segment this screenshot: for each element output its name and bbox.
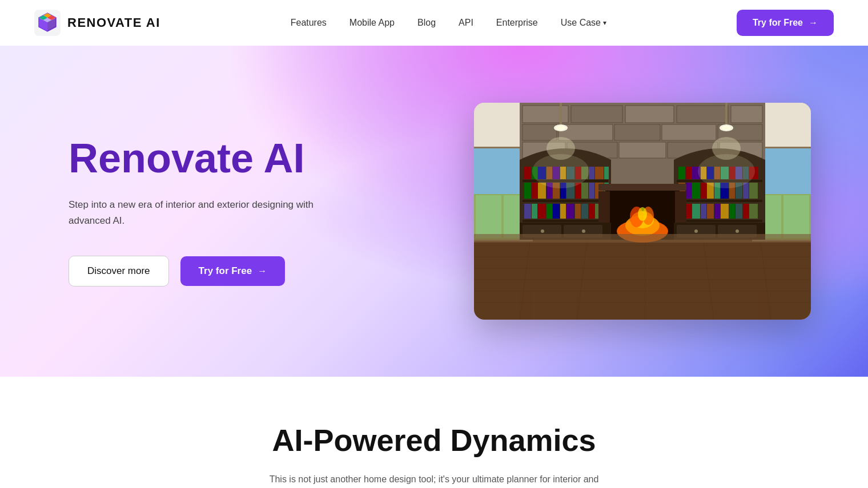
svg-rect-9	[474, 234, 811, 320]
nav-item-blog[interactable]: Blog	[417, 18, 436, 28]
svg-rect-122	[707, 204, 714, 219]
ai-powered-title: AI-Powered Dynamics	[34, 422, 834, 458]
svg-rect-83	[538, 204, 546, 219]
brand-name: RENOVATE AI	[67, 15, 160, 30]
hero-section: Renovate AI Step into a new era of inter…	[0, 46, 868, 377]
svg-rect-56	[523, 220, 608, 222]
svg-rect-46	[662, 124, 716, 140]
svg-rect-57	[524, 167, 531, 179]
svg-point-151	[556, 126, 565, 130]
svg-rect-84	[546, 204, 552, 219]
svg-rect-109	[692, 183, 700, 199]
hero-subtitle: Step into a new era of interior and exte…	[69, 197, 331, 228]
svg-rect-126	[736, 204, 742, 219]
discover-more-button[interactable]: Discover more	[69, 256, 169, 287]
svg-rect-90	[589, 204, 594, 219]
svg-rect-41	[677, 106, 728, 123]
hero-content: Renovate AI Step into a new era of inter…	[69, 136, 400, 287]
svg-rect-108	[686, 183, 692, 199]
svg-rect-136	[598, 184, 686, 191]
svg-rect-149	[560, 103, 562, 126]
svg-point-135	[638, 207, 647, 221]
svg-rect-69	[524, 183, 531, 199]
nav-links: Features Mobile App Blog API Enterprise …	[291, 18, 606, 28]
svg-rect-82	[532, 204, 537, 219]
svg-rect-125	[729, 204, 735, 219]
svg-rect-81	[524, 204, 531, 219]
svg-rect-66	[589, 167, 594, 179]
svg-rect-121	[701, 204, 706, 219]
room-svg	[474, 103, 811, 320]
svg-rect-120	[692, 204, 700, 219]
svg-rect-153	[725, 103, 728, 126]
svg-rect-77	[581, 183, 588, 199]
svg-rect-85	[553, 204, 560, 219]
arrow-icon: →	[809, 18, 818, 28]
navbar: RENOVATE AI Features Mobile App Blog API…	[0, 0, 868, 46]
svg-point-147	[694, 229, 698, 233]
svg-rect-159	[474, 234, 811, 243]
nav-item-mobile-app[interactable]: Mobile App	[349, 18, 395, 28]
svg-rect-94	[677, 200, 762, 202]
svg-rect-78	[589, 183, 594, 199]
svg-rect-96	[678, 167, 685, 179]
svg-rect-87	[566, 204, 574, 219]
svg-rect-119	[686, 204, 692, 219]
hero-image-wrapper	[400, 103, 834, 320]
chevron-down-icon: ▾	[603, 19, 606, 27]
hero-title: Renovate AI	[69, 136, 400, 181]
svg-rect-86	[560, 204, 566, 219]
svg-rect-123	[714, 204, 720, 219]
ai-powered-subtitle: This is not just another home design too…	[263, 471, 605, 488]
logo-icon	[34, 10, 61, 36]
svg-rect-128	[749, 204, 758, 219]
ai-powered-section: AI-Powered Dynamics This is not just ano…	[0, 377, 868, 488]
hero-buttons: Discover more Try for Free →	[69, 256, 400, 287]
svg-point-148	[736, 229, 739, 233]
hero-room-image	[474, 103, 811, 320]
svg-rect-88	[575, 204, 581, 219]
svg-rect-124	[721, 204, 729, 219]
svg-rect-42	[731, 106, 762, 123]
nav-item-use-case[interactable]: Use Case ▾	[561, 18, 606, 28]
svg-rect-50	[619, 142, 666, 158]
svg-rect-95	[677, 220, 762, 222]
svg-point-158	[698, 154, 755, 188]
svg-rect-117	[749, 183, 758, 199]
svg-rect-68	[604, 167, 609, 179]
navbar-try-free-button[interactable]: Try for Free →	[737, 10, 834, 36]
svg-point-157	[532, 154, 589, 188]
svg-point-146	[582, 229, 585, 233]
svg-point-155	[722, 126, 731, 130]
logo-area: RENOVATE AI	[34, 10, 160, 36]
svg-point-145	[541, 229, 544, 233]
svg-rect-116	[743, 183, 749, 199]
svg-rect-40	[625, 106, 674, 123]
svg-rect-110	[701, 183, 706, 199]
svg-rect-97	[686, 167, 692, 179]
nav-item-features[interactable]: Features	[291, 18, 327, 28]
svg-rect-89	[581, 204, 588, 219]
nav-item-enterprise[interactable]: Enterprise	[496, 18, 538, 28]
svg-rect-67	[595, 167, 604, 179]
try-for-free-button[interactable]: Try for Free →	[180, 256, 286, 286]
svg-rect-43	[523, 124, 557, 140]
svg-rect-39	[571, 106, 622, 123]
svg-rect-70	[532, 183, 537, 199]
try-free-arrow-icon: →	[258, 266, 267, 276]
nav-item-api[interactable]: API	[459, 18, 473, 28]
svg-rect-127	[743, 204, 749, 219]
svg-rect-45	[614, 124, 660, 140]
svg-rect-55	[523, 200, 608, 202]
